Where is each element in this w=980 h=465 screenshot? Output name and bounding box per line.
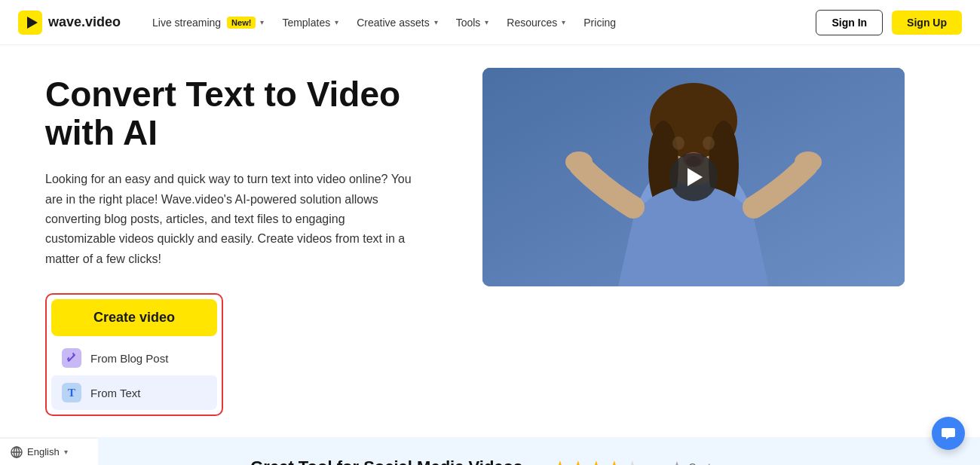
star-1: ★ [553,457,568,465]
language-selector[interactable]: English ▾ [0,438,98,465]
language-chevron-icon: ▾ [64,448,68,456]
chevron-icon: ▾ [434,18,438,26]
nav-tools[interactable]: Tools ▾ [449,12,497,33]
chevron-icon: ▾ [562,18,565,26]
bottom-section-container: " Great Tool for Social Media Videos ★ ★… [0,422,980,465]
nav-live-streaming[interactable]: Live streaming New! ▾ [145,12,271,33]
star-5: ★ [625,457,640,465]
sign-in-button[interactable]: Sign In [816,10,883,35]
svg-point-9 [795,151,822,173]
capterra-text: Capterra [688,461,729,465]
from-text-option[interactable]: T From Text [51,375,217,410]
text-icon: T [62,383,81,402]
nav-pricing[interactable]: Pricing [576,12,623,33]
blog-post-icon [62,348,81,368]
main-content: Convert Text to Video with AI Looking fo… [0,45,980,422]
chat-icon [940,425,957,442]
from-blog-post-option[interactable]: From Blog Post [51,341,217,375]
svg-point-10 [672,136,684,150]
play-button[interactable] [669,153,718,201]
play-icon [688,168,703,186]
svg-point-11 [703,136,715,150]
star-2: ★ [571,457,586,465]
sign-up-button[interactable]: Sign Up [892,11,962,35]
create-video-dropdown-wrapper: Create video From Blog Post T [45,293,223,416]
chevron-icon: ▾ [260,18,264,26]
capterra-icon [670,460,684,465]
new-badge: New! [227,17,256,29]
right-column [482,68,935,422]
create-video-button[interactable]: Create video [51,299,217,336]
video-placeholder [482,68,905,286]
left-column: Convert Text to Video with AI Looking fo… [45,68,437,422]
language-label: English [27,446,60,457]
nav-items: Live streaming New! ▾ Templates ▾ Creati… [145,12,816,33]
logo-text: wave.video [48,14,121,30]
nav-creative-assets[interactable]: Creative assets ▾ [349,12,445,33]
svg-point-8 [565,151,593,173]
dropdown-options: From Blog Post T From Text [51,341,217,410]
capterra-logo: Capterra [670,460,729,465]
star-4: ★ [607,457,622,465]
chat-widget[interactable] [932,417,965,450]
logo-icon [18,11,42,35]
svg-marker-14 [671,461,683,465]
bottom-section: " Great Tool for Social Media Videos ★ ★… [0,437,980,465]
star-rating: ★ ★ ★ ★ ★ [553,457,640,465]
hero-description: Looking for an easy and quick way to tur… [45,170,415,269]
video-thumbnail[interactable] [482,68,905,286]
chevron-icon: ▾ [335,18,338,26]
nav-resources[interactable]: Resources ▾ [499,12,573,33]
logo-link[interactable]: wave.video [18,11,121,35]
chevron-icon: ▾ [485,18,488,26]
bottom-title: Great Tool for Social Media Videos [250,457,522,465]
nav-actions: Sign In Sign Up [816,10,962,35]
navbar: wave.video Live streaming New! ▾ Templat… [0,0,980,45]
blog-post-label: From Blog Post [90,352,168,365]
nav-templates[interactable]: Templates ▾ [274,12,346,33]
from-text-label: From Text [90,387,140,399]
globe-icon [11,446,23,458]
hero-title: Convert Text to Video with AI [45,75,437,151]
star-3: ★ [589,457,604,465]
